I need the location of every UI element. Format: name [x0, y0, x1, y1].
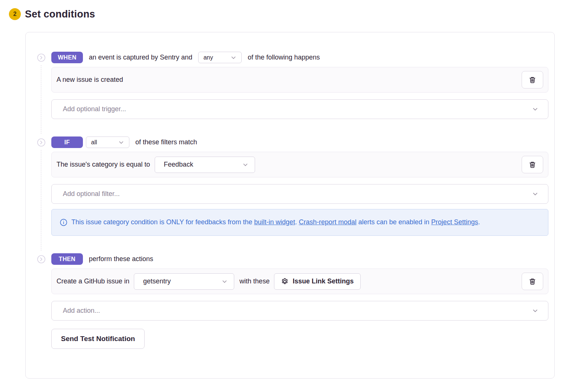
- info-text-segment: .: [295, 218, 299, 226]
- repo-select[interactable]: getsentry: [134, 273, 234, 290]
- send-test-notification-button[interactable]: Send Test Notification: [51, 329, 145, 349]
- chevron-down-icon: [532, 106, 538, 112]
- repo-value: getsentry: [143, 277, 171, 285]
- then-badge: THEN: [51, 253, 83, 265]
- when-frequency-select[interactable]: any: [198, 52, 242, 63]
- chevron-down-icon: [222, 279, 228, 285]
- chevron-down-icon: [231, 55, 236, 61]
- when-section: WHEN an event is captured by Sentry and …: [37, 52, 548, 119]
- trash-icon: [529, 76, 536, 84]
- if-body: The issue's category is equal to Feedbac…: [51, 152, 548, 236]
- add-action-placeholder: Add action...: [63, 307, 100, 315]
- chevron-down-icon: [532, 308, 538, 314]
- built-in-widget-link[interactable]: built-in widget: [254, 218, 295, 226]
- delete-filter-button[interactable]: [522, 156, 543, 173]
- issue-link-settings-label: Issue Link Settings: [293, 277, 354, 285]
- if-section: IF all of these filters match The issue'…: [37, 136, 548, 236]
- when-header: WHEN an event is captured by Sentry and …: [37, 52, 548, 63]
- crash-report-modal-link[interactable]: Crash-report modal: [299, 218, 357, 226]
- if-text-after: of these filters match: [135, 138, 197, 146]
- when-frequency-value: any: [203, 54, 213, 61]
- when-text-before: an event is captured by Sentry and: [89, 54, 192, 61]
- trigger-rule-row: A new issue is created: [51, 67, 548, 93]
- filter-category-select[interactable]: Feedback: [155, 157, 255, 173]
- if-header: IF all of these filters match: [37, 136, 548, 148]
- filter-rule-row: The issue's category is equal to Feedbac…: [51, 152, 548, 177]
- set-conditions-page: 2 Set conditions WHEN an event is captur…: [0, 0, 580, 379]
- page-heading: 2 Set conditions: [9, 8, 580, 20]
- trigger-rule-label: A new issue is created: [57, 76, 123, 84]
- info-text-segment: .: [478, 218, 480, 226]
- project-settings-link[interactable]: Project Settings: [431, 218, 478, 226]
- action-middle-text: with these: [239, 277, 270, 285]
- trash-icon: [529, 161, 536, 168]
- then-section: THEN perform these actions Create a GitH…: [37, 253, 548, 349]
- add-filter-placeholder: Add optional filter...: [63, 190, 120, 198]
- info-alert-text: This issue category condition is ONLY fo…: [71, 216, 480, 228]
- then-header: THEN perform these actions: [37, 253, 548, 265]
- chevron-down-icon: [118, 139, 124, 145]
- issue-link-settings-button[interactable]: Issue Link Settings: [274, 273, 361, 290]
- feedback-info-alert: This issue category condition is ONLY fo…: [51, 209, 548, 236]
- if-badge: IF: [51, 136, 83, 148]
- chevron-circle-icon: [37, 54, 45, 62]
- when-badge: WHEN: [51, 52, 83, 63]
- then-text-after: perform these actions: [89, 255, 153, 263]
- page-title: Set conditions: [25, 9, 95, 20]
- if-match-value: all: [91, 139, 97, 146]
- filter-rule-label: The issue's category is equal to: [57, 161, 150, 168]
- info-text-segment: This issue category condition is ONLY fo…: [71, 218, 254, 226]
- add-filter-select[interactable]: Add optional filter...: [51, 184, 548, 204]
- add-action-select[interactable]: Add action...: [51, 301, 548, 321]
- gear-icon: [281, 278, 289, 285]
- delete-trigger-button[interactable]: [522, 71, 543, 89]
- when-text-after: of the following happens: [248, 54, 320, 61]
- add-trigger-select[interactable]: Add optional trigger...: [51, 99, 548, 119]
- chevron-circle-icon: [37, 255, 45, 263]
- chevron-circle-icon: [37, 138, 45, 147]
- action-rule-row: Create a GitHub issue in getsentry with …: [51, 269, 548, 294]
- chevron-down-icon: [532, 191, 538, 197]
- when-body: A new issue is created Add optional trig…: [51, 67, 548, 119]
- action-rule-label: Create a GitHub issue in: [57, 277, 129, 285]
- then-body: Create a GitHub issue in getsentry with …: [51, 269, 548, 349]
- chevron-down-icon: [242, 162, 248, 168]
- if-match-select[interactable]: all: [86, 136, 129, 148]
- filter-category-value: Feedback: [164, 161, 193, 168]
- info-icon: [60, 219, 67, 226]
- add-trigger-placeholder: Add optional trigger...: [63, 105, 126, 113]
- conditions-card: WHEN an event is captured by Sentry and …: [25, 32, 555, 379]
- delete-action-button[interactable]: [522, 273, 543, 290]
- step-number-badge: 2: [9, 8, 21, 20]
- info-text-segment: alerts can be enabled in: [357, 218, 431, 226]
- trash-icon: [529, 278, 536, 285]
